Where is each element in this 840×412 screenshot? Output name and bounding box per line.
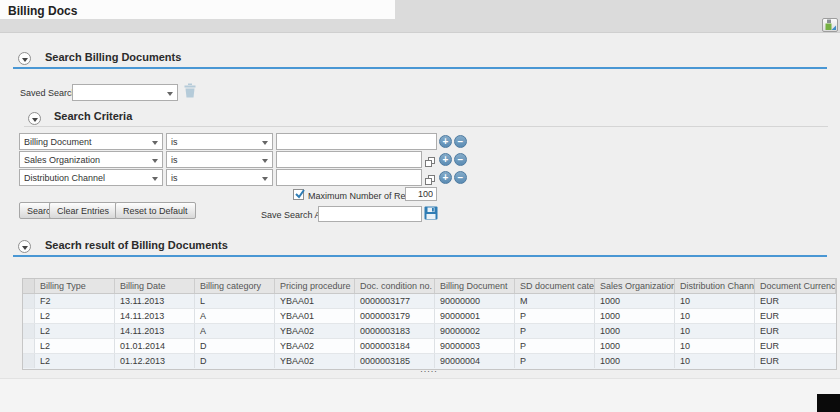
header-cell[interactable]: Document Currency xyxy=(755,279,836,293)
page-title: Billing Docs xyxy=(8,4,77,18)
row-selector-cell[interactable] xyxy=(23,294,35,308)
table-cell: A xyxy=(195,324,275,338)
top-bar: Billing Docs xyxy=(0,0,840,33)
saved-searches-select[interactable] xyxy=(72,84,178,101)
value-input[interactable] xyxy=(276,133,437,150)
table-row[interactable]: L214.11.2013AYBAA02000000318390000002P10… xyxy=(23,324,836,339)
remove-criteria-row-button[interactable]: − xyxy=(454,153,467,166)
table-cell: L2 xyxy=(35,309,115,323)
table-row[interactable]: L201.01.2014DYBAA02000000318490000003P10… xyxy=(23,339,836,354)
personalize-button[interactable] xyxy=(822,18,838,32)
operator-select-value: is xyxy=(171,173,178,183)
table-cell: L xyxy=(195,294,275,308)
table-cell: EUR xyxy=(755,294,836,308)
collapse-search-section-button[interactable] xyxy=(18,52,31,65)
max-results-input[interactable] xyxy=(405,187,437,201)
criteria-row: Billing Documentis+− xyxy=(19,133,479,150)
header-cell[interactable]: Sales Organization xyxy=(595,279,675,293)
table-cell: 01.01.2014 xyxy=(115,339,195,353)
field-select-value: Billing Document xyxy=(24,137,92,147)
value-help-button[interactable] xyxy=(424,154,436,166)
table-cell: 0000003177 xyxy=(355,294,435,308)
table-cell: 0000003184 xyxy=(355,339,435,353)
field-select[interactable]: Sales Organization xyxy=(19,151,163,168)
value-input[interactable] xyxy=(276,169,422,186)
max-results-checkbox[interactable] xyxy=(293,189,304,200)
header-cell[interactable]: Distribution Channel xyxy=(675,279,755,293)
criteria-divider xyxy=(24,126,828,127)
add-criteria-row-button[interactable]: + xyxy=(439,135,452,148)
footer-strip xyxy=(0,378,840,412)
chevron-down-icon xyxy=(152,141,158,145)
table-header-row: Billing TypeBilling DateBilling category… xyxy=(23,279,836,294)
save-search-button[interactable] xyxy=(424,206,438,224)
table-cell: YBAA01 xyxy=(275,309,355,323)
trash-icon xyxy=(184,83,196,98)
header-cell[interactable]: Billing Type xyxy=(35,279,115,293)
remove-criteria-row-button[interactable]: − xyxy=(454,171,467,184)
table-cell: YBAA01 xyxy=(275,294,355,308)
reset-to-default-button[interactable]: Reset to Default xyxy=(115,202,196,219)
add-criteria-row-button[interactable]: + xyxy=(439,153,452,166)
table-cell: P xyxy=(515,339,595,353)
header-cell[interactable]: SD document categ. xyxy=(515,279,595,293)
table-cell: P xyxy=(515,309,595,323)
section-divider xyxy=(13,255,827,257)
remove-criteria-row-button[interactable]: − xyxy=(454,135,467,148)
row-selector-cell[interactable] xyxy=(23,309,35,323)
table-cell: M xyxy=(515,294,595,308)
chevron-down-icon xyxy=(152,159,158,163)
operator-select-value: is xyxy=(171,137,178,147)
criteria-row: Sales Organizationis+− xyxy=(19,151,479,168)
save-search-input[interactable] xyxy=(318,206,422,222)
criteria-section-title: Search Criteria xyxy=(54,110,132,122)
chevron-down-icon xyxy=(167,92,173,96)
header-cell[interactable]: Billing Document xyxy=(435,279,515,293)
operator-select[interactable]: is xyxy=(166,151,273,168)
table-cell: YBAA02 xyxy=(275,339,355,353)
table-cell: 14.11.2013 xyxy=(115,324,195,338)
billing-docs-screen: Billing Docs Search Billing Documents Sa… xyxy=(0,0,840,412)
table-cell: P xyxy=(515,354,595,368)
table-cell: 10 xyxy=(675,354,755,368)
operator-select[interactable]: is xyxy=(166,169,273,186)
collapse-criteria-section-button[interactable] xyxy=(28,112,41,125)
table-row[interactable]: L214.11.2013AYBAA01000000317990000001P10… xyxy=(23,309,836,324)
table-cell: 10 xyxy=(675,324,755,338)
value-help-icon xyxy=(424,174,436,186)
table-cell: L2 xyxy=(35,354,115,368)
collapse-results-section-button[interactable] xyxy=(18,240,31,253)
clear-entries-button[interactable]: Clear Entries xyxy=(49,202,117,219)
field-select[interactable]: Distribution Channel xyxy=(19,169,163,186)
field-select-value: Distribution Channel xyxy=(24,173,105,183)
table-cell: 10 xyxy=(675,339,755,353)
table-cell: D xyxy=(195,354,275,368)
chevron-down-icon xyxy=(262,141,268,145)
table-cell: 90000002 xyxy=(435,324,515,338)
delete-saved-search-button[interactable] xyxy=(184,83,196,102)
table-resize-handle[interactable]: ..... xyxy=(404,364,454,374)
header-cell[interactable]: Billing category xyxy=(195,279,275,293)
row-selector-cell[interactable] xyxy=(23,354,35,368)
chevron-down-icon xyxy=(262,177,268,181)
table-cell: 1000 xyxy=(595,324,675,338)
row-selector-cell[interactable] xyxy=(23,324,35,338)
table-cell: 1000 xyxy=(595,354,675,368)
header-cell[interactable]: Pricing procedure xyxy=(275,279,355,293)
table-cell: EUR xyxy=(755,324,836,338)
table-cell: F2 xyxy=(35,294,115,308)
table-cell: 01.12.2013 xyxy=(115,354,195,368)
operator-select[interactable]: is xyxy=(166,133,273,150)
table-cell: EUR xyxy=(755,309,836,323)
add-criteria-row-button[interactable]: + xyxy=(439,171,452,184)
row-selector-cell[interactable] xyxy=(23,339,35,353)
header-cell[interactable]: Billing Date xyxy=(115,279,195,293)
field-select[interactable]: Billing Document xyxy=(19,133,163,150)
chevron-down-icon xyxy=(32,118,38,122)
header-cell[interactable]: Doc. condition no. xyxy=(355,279,435,293)
table-row[interactable]: F213.11.2013LYBAA01000000317790000000M10… xyxy=(23,294,836,309)
value-help-button[interactable] xyxy=(424,172,436,184)
value-input[interactable] xyxy=(276,151,422,168)
table-cell: D xyxy=(195,339,275,353)
table-cell: 90000001 xyxy=(435,309,515,323)
